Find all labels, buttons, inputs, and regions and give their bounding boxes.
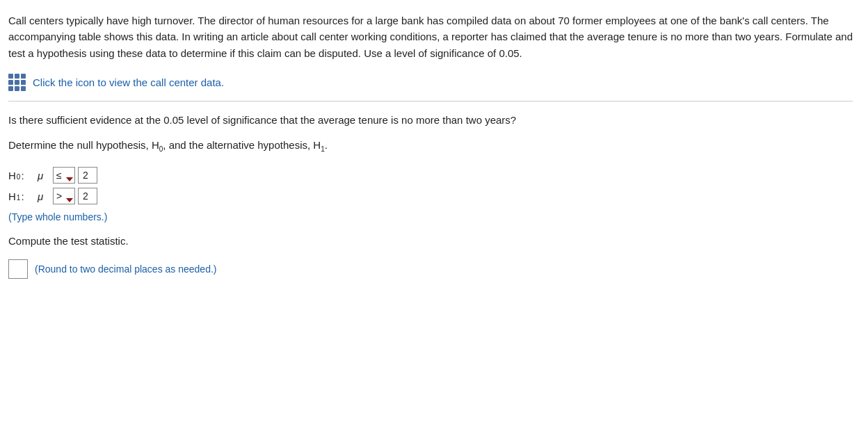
h0-label: H0: xyxy=(8,170,35,181)
h0-operator-value: ≤ xyxy=(56,170,65,181)
determine-text-3: . xyxy=(325,139,328,151)
grid-cell xyxy=(15,86,19,91)
grid-cell xyxy=(15,80,19,85)
table-icon[interactable] xyxy=(8,74,26,91)
h1-operator-dropdown[interactable]: > xyxy=(53,188,75,204)
grid-cell xyxy=(21,86,26,91)
icon-row: Click the icon to view the call center d… xyxy=(8,74,853,102)
determine-text-2: , and the alternative hypothesis, H xyxy=(163,139,321,151)
round-hint-text: (Round to two decimal places as needed.) xyxy=(35,263,216,275)
grid-cell xyxy=(15,74,19,79)
h1-row: H1: μ > 2 xyxy=(8,188,853,204)
h0-operator-dropdown[interactable]: ≤ xyxy=(53,167,75,184)
determine-label: Determine the null hypothesis, H0, and t… xyxy=(8,138,853,154)
round-hint-row: (Round to two decimal places as needed.) xyxy=(8,259,853,279)
h0-value-box[interactable]: 2 xyxy=(78,167,97,184)
grid-cell xyxy=(8,74,13,79)
hypothesis-area: H0: μ ≤ 2 H1: μ > 2 xyxy=(8,167,853,204)
h1-dropdown-arrow xyxy=(66,198,73,202)
h1-value: 2 xyxy=(83,190,88,202)
h1-operator-value: > xyxy=(56,190,65,202)
test-statistic-input[interactable] xyxy=(8,259,28,279)
grid-cell xyxy=(21,74,26,79)
h1-sub: 1 xyxy=(17,194,21,202)
grid-cell xyxy=(21,80,26,85)
view-data-link[interactable]: Click the icon to view the call center d… xyxy=(33,76,224,88)
type-whole-numbers-hint: (Type whole numbers.) xyxy=(8,211,853,222)
h1-mu: μ xyxy=(38,190,49,202)
h1-value-box[interactable]: 2 xyxy=(78,188,97,204)
h0-value: 2 xyxy=(83,170,88,181)
h1-label: H1: xyxy=(8,190,35,202)
grid-cell xyxy=(8,86,13,91)
h0-row: H0: μ ≤ 2 xyxy=(8,167,853,184)
significance-question: Is there sufficient evidence at the 0.05… xyxy=(8,113,853,129)
compute-test-statistic-label: Compute the test statistic. xyxy=(8,234,853,250)
h0-dropdown-arrow xyxy=(66,177,73,181)
h0-sub: 0 xyxy=(17,173,21,181)
intro-paragraph: Call centers typically have high turnove… xyxy=(8,13,853,61)
determine-text-1: Determine the null hypothesis, H xyxy=(8,139,159,151)
grid-cell xyxy=(8,80,13,85)
h0-mu: μ xyxy=(38,170,49,181)
